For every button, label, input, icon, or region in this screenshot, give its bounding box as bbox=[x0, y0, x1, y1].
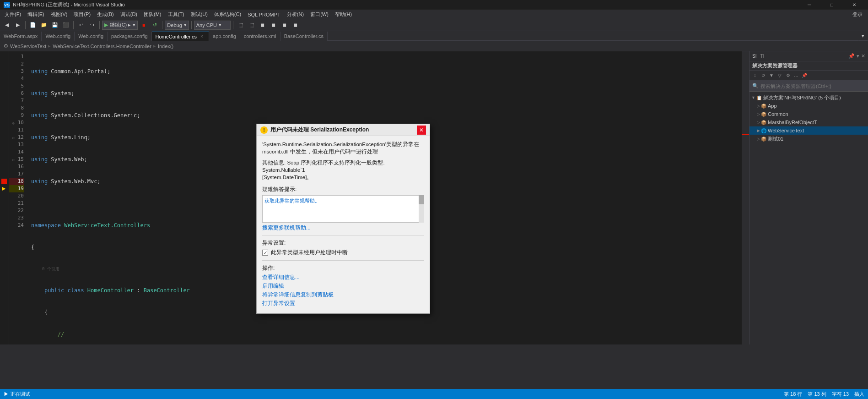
se-solution[interactable]: ▼ 📋 解决方案'NH与SPRING' (5 个项目) bbox=[749, 93, 868, 102]
menu-project[interactable]: 项目(P) bbox=[71, 10, 93, 19]
tab-packages[interactable]: packages.config bbox=[108, 32, 152, 41]
se-panel-header: SI TI 📌 ▾ ✕ bbox=[749, 51, 868, 61]
toolbar-back[interactable]: ◀ bbox=[2, 20, 12, 30]
path-icon: ⚙ bbox=[4, 43, 8, 49]
exception-dialog: ! 用户代码未处理 SerializationException ✕ 'Syst… bbox=[256, 124, 430, 314]
toolbar-forward[interactable]: ▶ bbox=[13, 20, 23, 30]
menu-test[interactable]: 测试(U) bbox=[188, 10, 210, 19]
se-properties-btn[interactable]: ⚙ bbox=[784, 72, 792, 79]
toolbar-open[interactable]: 📁 bbox=[39, 20, 49, 30]
tab-dropdown-btn[interactable]: ▾ bbox=[858, 31, 868, 41]
tab-basecontroller[interactable]: BaseController.cs bbox=[280, 32, 328, 41]
toolbar-stop[interactable]: ■ bbox=[139, 20, 149, 30]
se-sync-btn[interactable]: ↕ bbox=[751, 72, 759, 79]
se-search-input[interactable] bbox=[760, 83, 865, 89]
se-test-label: 测试01 bbox=[768, 136, 783, 142]
troubleshoot-link[interactable]: 获取此异常的常规帮助。 bbox=[264, 198, 320, 203]
menu-debug[interactable]: 调试(D) bbox=[118, 10, 140, 19]
se-item-common[interactable]: ▷ 📦 Common bbox=[749, 110, 868, 118]
tab-controllers[interactable]: controllers.xml bbox=[240, 32, 280, 41]
toolbar-saveall[interactable]: ⬛ bbox=[61, 20, 71, 30]
se-tab-ti[interactable]: TI bbox=[760, 54, 764, 59]
debug-status: ▶ 正在调试 bbox=[4, 391, 30, 398]
action-open-settings[interactable]: 打开异常设置 bbox=[262, 300, 424, 307]
toolbar-more3[interactable]: ◼ bbox=[280, 20, 290, 30]
continue-button[interactable]: ▶ 继续(C) ▸ ▾ bbox=[102, 21, 138, 30]
col-info: 第 13 列 bbox=[808, 391, 826, 398]
restore-button[interactable]: □ bbox=[821, 0, 842, 10]
se-toolbar: ↕ ↺ ▼ ▽ ⚙ … 📌 bbox=[749, 71, 868, 81]
toolbar-restart[interactable]: ↺ bbox=[150, 20, 160, 30]
se-more-btn[interactable]: … bbox=[793, 72, 800, 79]
se-item-marshal[interactable]: ▷ 📦 MarshalByRefObjectT bbox=[749, 118, 868, 126]
toolbar-code2[interactable]: ⬚ bbox=[247, 20, 257, 30]
se-common-icon: 📦 bbox=[761, 112, 766, 117]
se-tab-si[interactable]: SI bbox=[752, 54, 756, 59]
menu-sqlprompt[interactable]: SQL PROMPT bbox=[245, 11, 283, 18]
dialog-warning-icon: ! bbox=[260, 126, 268, 134]
menu-view[interactable]: 视图(V) bbox=[48, 10, 70, 19]
se-refresh-btn[interactable]: ↺ bbox=[760, 72, 767, 79]
login-label[interactable]: 登录 bbox=[852, 11, 863, 18]
exception-checkbox[interactable]: ✓ bbox=[262, 250, 268, 256]
toolbar-code[interactable]: ⬚ bbox=[236, 20, 246, 30]
menu-build[interactable]: 生成(B) bbox=[94, 10, 117, 19]
tab-homecontroller-close[interactable]: × bbox=[199, 33, 205, 40]
se-panel-buttons: 📌 ▾ ✕ bbox=[848, 53, 865, 59]
tab-webconfig2[interactable]: Web.config bbox=[75, 32, 108, 41]
left-gutter: ▶ bbox=[0, 51, 9, 344]
troubleshoot-scrollbar[interactable] bbox=[419, 195, 424, 223]
minimize-button[interactable]: ─ bbox=[799, 0, 819, 10]
se-solution-label: 解决方案'NH与SPRING' (5 个项目) bbox=[763, 94, 841, 101]
toolbar-more2[interactable]: ◼ bbox=[269, 20, 279, 30]
menu-tools[interactable]: 工具(T) bbox=[165, 10, 187, 19]
se-pin-btn[interactable]: 📌 bbox=[848, 53, 855, 59]
toolbar-more1[interactable]: ◼ bbox=[258, 20, 268, 30]
se-pin2-btn[interactable]: 📌 bbox=[801, 72, 808, 79]
breakpoint-18[interactable] bbox=[0, 178, 9, 185]
toolbar-redo[interactable]: ↪ bbox=[87, 20, 97, 30]
path-project: WebServiceText bbox=[10, 44, 46, 49]
se-item-webservice[interactable]: ▶ 🌐 WebServiceText bbox=[749, 126, 868, 135]
status-bar: ▶ 正在调试 第 18 行 第 13 列 字符 13 插入 bbox=[0, 389, 868, 399]
se-dropdown-btn[interactable]: ▾ bbox=[857, 53, 859, 59]
menu-edit[interactable]: 编辑(E) bbox=[25, 10, 47, 19]
se-webservice-icon: 🌐 bbox=[761, 128, 766, 133]
checkbox-label: 此异常类型未经用户处理时中断 bbox=[271, 249, 348, 257]
tab-webform[interactable]: WebForm.aspx bbox=[0, 32, 42, 41]
toolbar-undo[interactable]: ↩ bbox=[76, 20, 86, 30]
menu-team[interactable]: 团队(M) bbox=[141, 10, 164, 19]
troubleshoot-area[interactable]: 获取此异常的常规帮助。 bbox=[262, 195, 424, 223]
toolbar-new[interactable]: 📄 bbox=[28, 20, 38, 30]
toolbar-more4[interactable]: ◼ bbox=[291, 20, 301, 30]
dialog-close-button[interactable]: ✕ bbox=[417, 126, 426, 135]
se-close-btn[interactable]: ✕ bbox=[861, 53, 865, 59]
se-marshal-arrow: ▷ bbox=[757, 120, 760, 125]
menu-window[interactable]: 窗口(W) bbox=[307, 10, 331, 19]
dialog-body: 'System.Runtime.Serialization.Serializat… bbox=[257, 136, 430, 313]
debug-config-dropdown[interactable]: Debug ▾ bbox=[165, 21, 189, 30]
tab-appconfig[interactable]: app.config bbox=[209, 32, 240, 41]
tab-webconfig1[interactable]: Web.config bbox=[42, 32, 75, 41]
code-line-3: using System.Collections.Generic; bbox=[31, 112, 738, 119]
action-copy-details[interactable]: 将异常详细信息复制到剪贴板 bbox=[262, 291, 424, 298]
action-enable-edit[interactable]: 启用编辑 bbox=[262, 283, 424, 290]
se-filter-btn[interactable]: ▽ bbox=[776, 72, 783, 79]
tab-homecontroller[interactable]: HomeController.cs × bbox=[152, 32, 209, 41]
toolbar-sep5 bbox=[191, 21, 192, 29]
action-view-details[interactable]: 查看详细信息... bbox=[262, 274, 424, 281]
menu-help[interactable]: 帮助(H) bbox=[332, 10, 355, 19]
search-more-link[interactable]: 搜索更多联机帮助... bbox=[262, 225, 311, 230]
toolbar-sep3 bbox=[99, 21, 100, 29]
se-collapse-btn[interactable]: ▼ bbox=[768, 72, 775, 79]
solution-explorer-panel: SI TI 📌 ▾ ✕ 解决方案资源管理器 ↕ ↺ ▼ ▽ ⚙ … 📌 🔍 bbox=[749, 51, 868, 344]
menu-analyze[interactable]: 分析(N) bbox=[284, 10, 307, 19]
cpu-dropdown[interactable]: Any CPU ▾ bbox=[194, 21, 231, 30]
se-item-app[interactable]: ▷ 📦 App bbox=[749, 102, 868, 110]
char-info: 字符 13 bbox=[832, 391, 849, 398]
se-item-test[interactable]: ▷ 📦 测试01 bbox=[749, 135, 868, 143]
menu-file[interactable]: 文件(F) bbox=[2, 10, 24, 19]
close-button[interactable]: ✕ bbox=[844, 0, 864, 10]
toolbar-save[interactable]: 💾 bbox=[50, 20, 60, 30]
menu-architecture[interactable]: 体系结构(C) bbox=[211, 10, 244, 19]
